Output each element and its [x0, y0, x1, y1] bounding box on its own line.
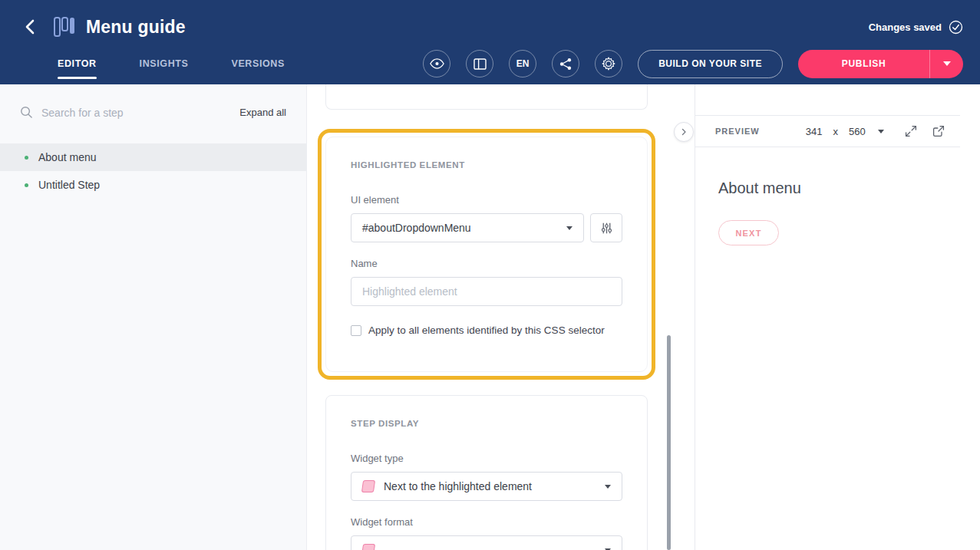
preview-eye-button[interactable] — [423, 50, 450, 77]
step-status-dot — [25, 156, 28, 160]
layout-button[interactable] — [466, 50, 493, 77]
external-link-icon — [932, 125, 945, 137]
sliders-icon — [600, 222, 613, 235]
ui-element-label: UI element — [351, 194, 622, 206]
search-icon — [20, 106, 33, 119]
tab-label: VERSIONS — [231, 58, 284, 69]
widget-type-label: Widget type — [351, 453, 622, 464]
section-heading: STEP DISPLAY — [351, 419, 622, 428]
share-button[interactable] — [552, 50, 579, 77]
guide-title: Menu guide — [86, 17, 186, 38]
ui-element-value: #aboutDropdownMenu — [362, 222, 471, 234]
step-search-row: Expand all — [0, 106, 306, 119]
tooltip-widget-icon — [361, 544, 375, 550]
ui-element-row: #aboutDropdownMenu — [351, 213, 622, 242]
check-circle-icon — [949, 20, 963, 35]
section-heading: HIGHLIGHTED ELEMENT — [351, 160, 622, 170]
tab-label: INSIGHTS — [140, 58, 189, 69]
preview-size-separator: x — [833, 126, 838, 137]
editor-scrollbar-thumb[interactable] — [667, 335, 671, 550]
steps-sidebar: Expand all About menu Untitled Step — [0, 84, 307, 550]
step-label: Untitled Step — [38, 179, 100, 191]
ui-element-select[interactable]: #aboutDropdownMenu — [351, 213, 584, 242]
preview-step-title: About menu — [718, 179, 957, 197]
selector-settings-button[interactable] — [590, 213, 622, 242]
chevron-down-icon — [605, 485, 611, 489]
chevron-down-icon — [566, 226, 572, 230]
preview-actions — [905, 125, 945, 137]
eye-icon — [430, 58, 444, 70]
highlighted-card-outline: HIGHLIGHTED ELEMENT UI element #aboutDro… — [318, 129, 655, 380]
preview-heading: PREVIEW — [715, 127, 760, 136]
widget-type-value: Next to the highlighted element — [384, 480, 532, 492]
language-button[interactable]: EN — [509, 50, 536, 77]
name-label: Name — [351, 258, 622, 269]
preview-height-value: 560 — [849, 126, 866, 137]
publish-button[interactable]: PUBLISH — [798, 50, 929, 78]
header-actions: EN BUILD ON YOUR SITE PUBLISH — [423, 50, 963, 78]
chevron-left-icon — [23, 18, 38, 35]
app-window: Menu guide Changes saved EDITOR INSIGHTS… — [0, 0, 980, 550]
step-editor-panel: HIGHLIGHTED ELEMENT UI element #aboutDro… — [307, 84, 695, 550]
main-body: Expand all About menu Untitled Step HIGH… — [0, 84, 980, 550]
tab-versions[interactable]: VERSIONS — [231, 43, 284, 84]
preview-panel: PREVIEW 341 x 560 About menu — [695, 84, 980, 550]
fullscreen-button[interactable] — [905, 125, 917, 137]
layout-icon — [474, 58, 487, 70]
preview-header: PREVIEW 341 x 560 — [695, 115, 960, 147]
open-in-new-tab-button[interactable] — [932, 125, 945, 137]
step-list-item-about-menu[interactable]: About menu — [0, 143, 306, 171]
expand-icon — [905, 125, 917, 137]
chevron-down-icon — [943, 61, 951, 66]
preview-size-select[interactable]: 341 x 560 — [806, 126, 884, 137]
share-icon — [559, 58, 572, 71]
back-button[interactable] — [20, 16, 41, 38]
step-status-dot — [25, 183, 28, 187]
header-tabs: EDITOR INSIGHTS VERSIONS — [58, 43, 285, 84]
header-toolbar-row: EDITOR INSIGHTS VERSIONS EN BUILD ON — [0, 43, 980, 84]
highlighted-element-card: HIGHLIGHTED ELEMENT UI element #aboutDro… — [325, 137, 648, 372]
previous-settings-card — [325, 84, 648, 110]
widget-format-label: Widget format — [351, 516, 622, 528]
changes-saved-status: Changes saved — [869, 20, 963, 35]
language-label: EN — [516, 58, 530, 69]
tooltip-widget-icon — [361, 480, 375, 492]
preview-next-button[interactable]: NEXT — [718, 220, 779, 245]
apply-all-checkbox[interactable] — [351, 325, 361, 336]
highlighted-element-name-input[interactable] — [351, 277, 622, 306]
settings-button[interactable] — [595, 50, 622, 77]
step-search-input[interactable] — [41, 107, 231, 119]
changes-saved-label: Changes saved — [869, 21, 942, 33]
preview-content: About menu NEXT — [695, 147, 980, 550]
build-on-your-site-button[interactable]: BUILD ON YOUR SITE — [638, 50, 783, 78]
widget-format-select[interactable] — [351, 535, 622, 550]
apply-all-row: Apply to all elements identified by this… — [351, 324, 622, 336]
header-title-row: Menu guide Changes saved — [0, 0, 980, 43]
publish-options-button[interactable] — [929, 50, 963, 78]
widget-type-select[interactable]: Next to the highlighted element — [351, 472, 622, 501]
expand-all-link[interactable]: Expand all — [239, 107, 286, 118]
tab-label: EDITOR — [58, 58, 97, 69]
tab-insights[interactable]: INSIGHTS — [140, 43, 189, 84]
guide-type-icon — [54, 17, 75, 37]
apply-all-label: Apply to all elements identified by this… — [368, 324, 605, 336]
top-header: Menu guide Changes saved EDITOR INSIGHTS… — [0, 0, 980, 84]
step-display-card: STEP DISPLAY Widget type Next to the hig… — [325, 395, 648, 550]
step-list: About menu Untitled Step — [0, 143, 306, 199]
collapse-editor-button[interactable] — [674, 122, 694, 142]
publish-split-button: PUBLISH — [798, 50, 963, 78]
gear-icon — [602, 57, 615, 71]
chevron-down-icon — [878, 130, 884, 133]
step-label: About menu — [38, 151, 97, 163]
step-list-item-untitled-step[interactable]: Untitled Step — [0, 171, 306, 199]
tab-editor[interactable]: EDITOR — [58, 43, 97, 84]
chevron-right-icon — [679, 127, 688, 137]
preview-width-value: 341 — [806, 126, 823, 137]
